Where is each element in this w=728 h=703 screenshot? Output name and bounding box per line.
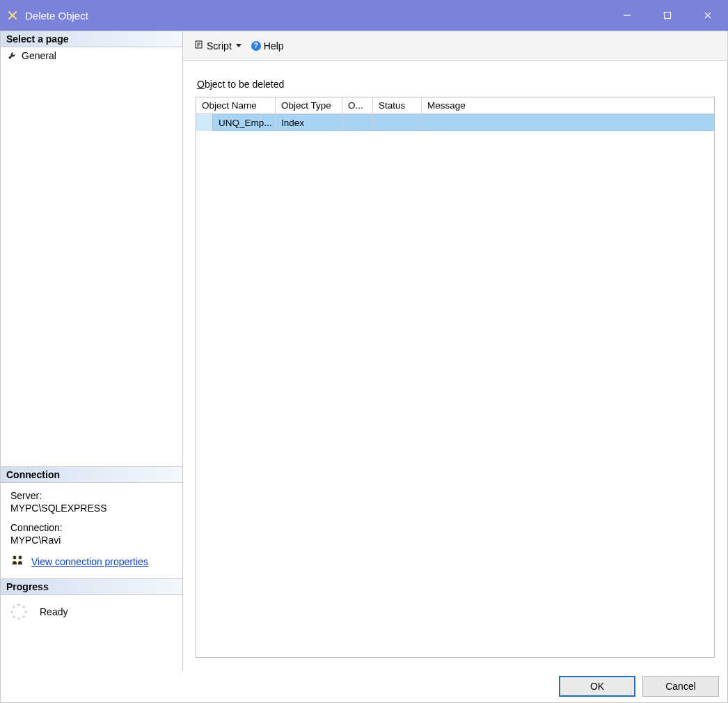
col-status[interactable]: Status (373, 97, 422, 113)
table-row[interactable]: UNQ_Emp... Index (196, 114, 714, 131)
client-area: Select a page General Connection Server:… (0, 31, 728, 703)
properties-icon (10, 554, 24, 569)
connection-header: Connection (1, 467, 182, 483)
select-page-header: Select a page (1, 31, 182, 47)
window-controls (607, 0, 728, 31)
wrench-icon (6, 50, 17, 61)
cancel-button[interactable]: Cancel (642, 676, 719, 697)
connection-value: MYPC\Ravi (10, 535, 173, 546)
server-value: MYPC\SQLEXPRESS (10, 503, 173, 514)
progress-status: Ready (40, 606, 68, 617)
help-label: Help (264, 40, 284, 52)
content: Object to be deleted Object Name Object … (183, 61, 727, 670)
script-button[interactable]: Script (191, 38, 244, 53)
dialog-footer: OK Cancel (1, 670, 727, 702)
row-handle[interactable] (196, 114, 213, 131)
section-label: Object to be deleted (196, 79, 715, 90)
main-area: Script ? Help Object to be deleted Objec… (183, 31, 727, 670)
spinner-icon (10, 603, 27, 620)
maximize-button[interactable] (647, 0, 688, 31)
cell-owner (342, 114, 373, 131)
close-button[interactable] (688, 0, 728, 31)
script-label: Script (207, 40, 232, 52)
chevron-down-icon (236, 44, 242, 47)
cell-status (373, 114, 422, 131)
sidebar: Select a page General Connection Server:… (1, 31, 183, 670)
col-object-name[interactable]: Object Name (196, 97, 276, 113)
sidebar-item-label: General (22, 50, 56, 61)
col-message[interactable]: Message (422, 97, 714, 113)
svg-rect-1 (665, 13, 671, 19)
page-list: General (1, 47, 182, 466)
ok-button[interactable]: OK (559, 676, 635, 697)
sidebar-item-general[interactable]: General (1, 47, 182, 64)
col-owner[interactable]: O... (342, 97, 373, 113)
help-icon: ? (251, 41, 261, 51)
app-icon (6, 8, 19, 22)
script-icon (194, 40, 204, 52)
cell-message (422, 114, 714, 131)
cell-object-type: Index (276, 114, 342, 131)
grid-header: Object Name Object Type O... Status Mess… (196, 97, 714, 114)
progress-panel: Progress Ready (1, 578, 182, 670)
toolbar: Script ? Help (183, 31, 727, 61)
svg-point-2 (13, 556, 17, 560)
minimize-button[interactable] (607, 0, 647, 31)
svg-point-3 (19, 556, 22, 560)
connection-label: Connection: (10, 522, 173, 533)
progress-header: Progress (1, 579, 182, 595)
title-bar: Delete Object (0, 0, 728, 31)
cell-object-name: UNQ_Emp... (213, 114, 276, 131)
object-grid[interactable]: Object Name Object Type O... Status Mess… (196, 97, 715, 658)
connection-panel: Connection Server: MYPC\SQLEXPRESS Conne… (1, 466, 182, 578)
server-label: Server: (10, 490, 173, 501)
help-button[interactable]: ? Help (248, 39, 287, 53)
window-title: Delete Object (25, 10, 88, 22)
view-connection-properties-link[interactable]: View connection properties (31, 556, 148, 567)
col-object-type[interactable]: Object Type (276, 97, 342, 113)
